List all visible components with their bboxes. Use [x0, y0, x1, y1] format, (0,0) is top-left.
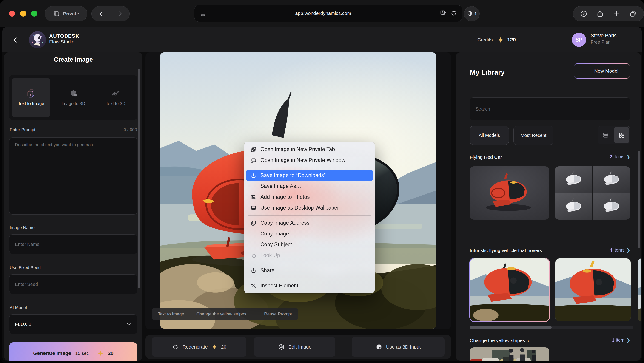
menu-label: Save Image to “Downloads”: [260, 172, 326, 179]
vehicle-photo-thumb: [555, 259, 631, 322]
sidebar-scrollbar[interactable]: [138, 69, 140, 288]
badge-change-stripes[interactable]: Change the yellow stripes …: [190, 312, 258, 317]
menu-item-save-image-to-downloads[interactable]: Save Image to “Downloads”: [246, 170, 373, 181]
menu-item-add-image-to-photos[interactable]: Add Image to Photos: [246, 192, 373, 202]
sidebar-toggle-private[interactable]: Private: [44, 6, 87, 21]
tab-count-badge: 1: [474, 11, 477, 16]
menu-item-copy-subject[interactable]: Copy Subject: [246, 239, 373, 250]
image-to-3d-icon: [68, 89, 78, 98]
close-window-button[interactable]: [9, 10, 15, 16]
section-title-change-stripes: Change the yellow stripes to: [470, 338, 530, 343]
user-info[interactable]: Steve Paris Free Plan: [591, 33, 630, 45]
menu-separator: [248, 278, 371, 278]
tab-image-to-3d[interactable]: Image to 3D: [54, 78, 92, 117]
image-name-input[interactable]: [9, 234, 138, 254]
library-thumb-selected[interactable]: [469, 258, 550, 322]
address-bar[interactable]: app.wonderdynamics.com: [194, 5, 462, 22]
badge-reuse-prompt[interactable]: Reuse Prompt: [258, 312, 298, 317]
library-search-input[interactable]: [470, 97, 630, 120]
menu-item-look-up: Look Up: [246, 250, 373, 261]
brand-flow-studio: Flow Studio: [49, 39, 79, 44]
use-as-3d-input-button[interactable]: Use as 3D Input: [352, 337, 444, 357]
ai-model-select[interactable]: FLUX.1: [9, 314, 138, 334]
menu-label: Copy Subject: [260, 242, 292, 248]
library-title: My Library: [470, 68, 505, 76]
menu-item-use-as-wallpaper[interactable]: Use Image as Desktop Wallpaper: [246, 202, 373, 213]
private-label: Private: [63, 11, 79, 16]
ai-model-value: FLUX.1: [15, 322, 31, 327]
privacy-report-button[interactable]: 1: [464, 6, 480, 21]
new-model-button[interactable]: New Model: [574, 63, 630, 79]
chevron-right-icon: ❯: [626, 154, 630, 159]
library-thumb-red-car[interactable]: [470, 166, 549, 220]
menu-item-open-new-private-tab[interactable]: Open Image in New Private Tab: [246, 144, 373, 155]
avatar-initials: SP: [576, 37, 583, 43]
list-view-button[interactable]: [598, 126, 613, 144]
section-count-futuristic-vehicle[interactable]: 4 items❯: [610, 247, 630, 253]
generate-image-button[interactable]: Generate Image 15 sec 20: [9, 342, 138, 361]
back-arrow-icon[interactable]: [13, 36, 21, 44]
menu-item-inspect-element[interactable]: Inspect Element: [246, 280, 373, 291]
menu-label: Use Image as Desktop Wallpaper: [260, 205, 339, 211]
library-scrollbar[interactable]: [638, 151, 640, 248]
tab-text-to-3d[interactable]: Text to 3D: [96, 78, 135, 117]
prompt-counter: 0 / 600: [124, 127, 137, 132]
seed-input[interactable]: [9, 274, 138, 294]
desktop-icon: [250, 205, 257, 211]
reload-icon[interactable]: [450, 10, 457, 16]
edit-image-button[interactable]: Edit Image: [254, 337, 335, 357]
nav-buttons: [92, 6, 130, 21]
prompt-history-pill: Text to Image Change the yellow stripes …: [152, 308, 298, 320]
filter-most-recent[interactable]: Most Recent: [514, 126, 554, 145]
shield-icon: [467, 11, 473, 17]
downloads-icon[interactable]: [580, 10, 588, 17]
count-label: 4 items: [610, 247, 624, 253]
library-thumb-vehicle-2[interactable]: [555, 259, 631, 322]
tab-text-to-image[interactable]: T Text to Image: [12, 78, 50, 117]
edit-image-icon: [278, 344, 285, 350]
menu-item-copy-image[interactable]: Copy Image: [246, 228, 373, 239]
badge-text-to-image[interactable]: Text to Image: [152, 312, 190, 317]
translate-icon[interactable]: [440, 10, 447, 17]
menu-item-share[interactable]: Share…: [246, 265, 373, 276]
spark-icon: [97, 350, 104, 357]
header-divider: [524, 35, 524, 45]
menu-item-save-image-as[interactable]: Save Image As…: [246, 181, 373, 192]
spark-icon: [497, 36, 504, 43]
library-hscroll-track[interactable]: [470, 326, 634, 329]
tab-overview-icon[interactable]: [629, 10, 637, 17]
share-icon[interactable]: [596, 10, 604, 17]
forward-button[interactable]: [111, 10, 130, 17]
context-menu: Open Image in New Private Tab Open Image…: [244, 142, 375, 293]
user-avatar[interactable]: SP: [572, 33, 586, 47]
regenerate-button[interactable]: Regenerate 20: [152, 337, 246, 357]
tab-label: Image to 3D: [61, 101, 85, 107]
chevron-right-icon: ❯: [626, 337, 630, 343]
menu-item-open-new-private-window[interactable]: Open Image in New Private Window: [246, 155, 373, 166]
new-tab-icon[interactable]: [613, 10, 620, 17]
clay-render-cell: [555, 193, 592, 220]
section-count-change-stripes[interactable]: 1 item❯: [612, 337, 630, 343]
generate-label: Generate Image: [33, 350, 71, 356]
menu-label: Share…: [260, 267, 280, 274]
grid-view-button[interactable]: [614, 127, 629, 143]
back-button[interactable]: [92, 10, 110, 17]
reader-icon[interactable]: [200, 10, 206, 17]
menu-separator: [248, 263, 371, 263]
prompt-textarea[interactable]: [9, 137, 138, 215]
section-count-flying-red-car[interactable]: 2 items❯: [610, 154, 630, 159]
zoom-window-button[interactable]: [31, 10, 37, 16]
library-thumb-vehicle-3-partial[interactable]: [638, 259, 641, 322]
create-panel-title: Create Image: [4, 56, 142, 63]
menu-item-copy-image-address[interactable]: Copy Image Address: [246, 218, 373, 228]
library-thumb-car-show-partial[interactable]: [470, 347, 549, 361]
my-library-panel: My Library New Model All Models Most Rec…: [456, 52, 641, 361]
filter-all-models[interactable]: All Models: [470, 126, 509, 145]
mode-tabs: T Text to Image Image to 3D: [9, 75, 138, 120]
photo-plus-icon: [250, 194, 257, 200]
library-thumb-clay-grid[interactable]: [555, 166, 630, 220]
create-image-panel: Create Image T Text to Image: [4, 52, 142, 361]
minimize-window-button[interactable]: [20, 10, 26, 16]
url-text: app.wonderdynamics.com: [206, 10, 440, 16]
library-hscroll-thumb[interactable]: [470, 326, 552, 329]
